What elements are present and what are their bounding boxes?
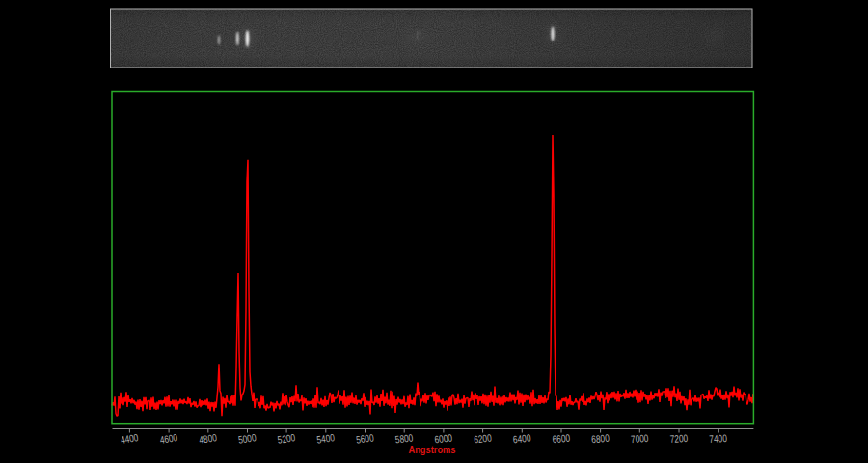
svg-text:7000: 7000: [631, 432, 649, 445]
svg-text:4600: 4600: [159, 431, 178, 446]
svg-text:5200: 5200: [277, 431, 296, 446]
svg-text:6400: 6400: [512, 432, 531, 446]
svg-text:Angstroms: Angstroms: [409, 444, 456, 455]
svg-text:5400: 5400: [316, 431, 336, 445]
svg-text:6600: 6600: [552, 432, 571, 446]
svg-text:7200: 7200: [669, 432, 688, 445]
svg-text:4400: 4400: [120, 431, 139, 446]
svg-text:4800: 4800: [198, 431, 217, 446]
svg-text:5600: 5600: [355, 431, 374, 445]
svg-text:6200: 6200: [474, 432, 493, 446]
svg-text:6800: 6800: [591, 432, 610, 446]
svg-text:7400: 7400: [709, 432, 727, 445]
svg-text:5000: 5000: [237, 431, 257, 446]
